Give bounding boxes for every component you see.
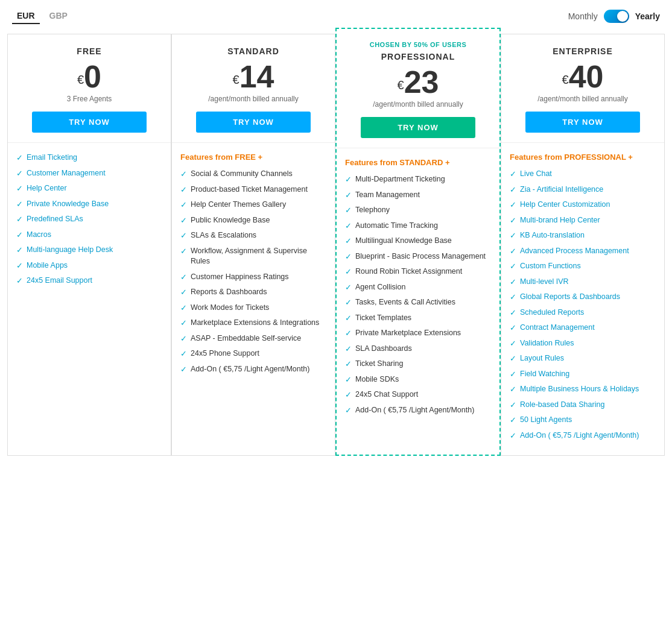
- feature-item: ✓ Multi-language Help Desk: [16, 245, 162, 256]
- feature-text: Agent Collision: [355, 282, 405, 293]
- feature-text: SLA Dashboards: [355, 344, 412, 355]
- feature-item: ✓ Help Center: [16, 183, 162, 194]
- feature-text: Multi-Department Ticketing: [355, 174, 445, 185]
- price-number: 0: [84, 59, 101, 94]
- check-icon: ✓: [16, 169, 23, 178]
- feature-item: ✓ Social & Community Channels: [180, 169, 326, 180]
- check-icon: ✓: [180, 200, 187, 209]
- plan-card-enterprise: ENTERPRISE €40 /agent/month billed annua…: [501, 34, 665, 456]
- feature-item: ✓ Multi-level IVR: [510, 277, 656, 288]
- feature-item: ✓ Round Robin Ticket Assignment: [345, 266, 491, 277]
- currency-tab-gbp[interactable]: GBP: [45, 8, 72, 24]
- check-icon: ✓: [510, 200, 516, 209]
- feature-item: ✓ Multiple Business Hours & Holidays: [510, 384, 656, 395]
- check-icon: ✓: [180, 365, 187, 374]
- feature-item: ✓ Multi-brand Help Center: [510, 215, 656, 226]
- feature-text: Telephony: [355, 205, 390, 216]
- feature-item: ✓ Add-On ( €5,75 /Light Agent/Month): [180, 364, 326, 375]
- features-title-enterprise: Features from PROFESSIONAL +: [510, 153, 656, 162]
- plan-name-standard: STANDARD: [182, 46, 325, 56]
- price-number: 14: [239, 59, 274, 94]
- check-icon: ✓: [16, 230, 23, 239]
- plan-features-enterprise: Features from PROFESSIONAL + ✓ Live Chat…: [501, 143, 664, 455]
- feature-text: Blueprint - Basic Process Management: [355, 251, 486, 262]
- feature-text: Help Center: [27, 183, 67, 194]
- plan-features-professional: Features from STANDARD + ✓ Multi-Departm…: [337, 148, 499, 430]
- check-icon: ✓: [180, 273, 187, 282]
- feature-text: Advanced Process Management: [520, 246, 629, 257]
- check-icon: ✓: [16, 261, 23, 270]
- feature-item: ✓ Macros: [16, 230, 162, 241]
- check-icon: ✓: [510, 247, 516, 256]
- feature-item: ✓ Scheduled Reports: [510, 307, 656, 318]
- feature-text: Scheduled Reports: [520, 307, 584, 318]
- try-now-button-enterprise[interactable]: TRY NOW: [525, 112, 640, 133]
- feature-text: Add-On ( €5,75 /Light Agent/Month): [191, 364, 309, 375]
- feature-item: ✓ Email Ticketing: [16, 153, 162, 163]
- feature-text: Public Knowledge Base: [191, 215, 270, 226]
- check-icon: ✓: [180, 247, 187, 256]
- yearly-label: Yearly: [635, 11, 660, 21]
- feature-item: ✓ Global Reports & Dashboards: [510, 292, 656, 303]
- feature-text: Customer Management: [27, 168, 106, 179]
- feature-item: ✓ 24x5 Chat Support: [345, 389, 491, 400]
- plan-features-free: ✓ Email Ticketing ✓ Customer Management …: [8, 143, 171, 301]
- feature-text: Customer Happiness Ratings: [191, 272, 289, 283]
- feature-text: Global Reports & Dashboards: [520, 292, 620, 303]
- check-icon: ✓: [345, 314, 352, 323]
- check-icon: ✓: [510, 400, 516, 409]
- check-icon: ✓: [180, 288, 187, 297]
- feature-text: Reports & Dashboards: [191, 287, 267, 298]
- check-icon: ✓: [345, 298, 352, 307]
- feature-item: ✓ Predefined SLAs: [16, 214, 162, 225]
- plan-name-free: FREE: [17, 46, 161, 56]
- features-title-standard: Features from FREE +: [180, 153, 326, 162]
- feature-text: Multiple Business Hours & Holidays: [520, 384, 639, 395]
- feature-item: ✓ Validation Rules: [510, 338, 656, 349]
- billing-toggle-switch[interactable]: [604, 10, 629, 23]
- plan-card-professional: CHOSEN BY 50% OF USERS PROFESSIONAL €23 …: [335, 28, 501, 456]
- currency-tab-eur[interactable]: EUR: [12, 8, 40, 24]
- check-icon: ✓: [16, 153, 23, 162]
- feature-item: ✓ Product-based Ticket Management: [180, 184, 326, 195]
- check-icon: ✓: [16, 245, 23, 254]
- feature-item: ✓ Custom Functions: [510, 261, 656, 272]
- try-now-button-free[interactable]: TRY NOW: [32, 112, 147, 133]
- check-icon: ✓: [510, 277, 516, 286]
- feature-item: ✓ 24x5 Email Support: [16, 276, 162, 286]
- feature-item: ✓ Ticket Templates: [345, 313, 491, 324]
- plan-header-enterprise: ENTERPRISE €40 /agent/month billed annua…: [501, 34, 664, 143]
- feature-item: ✓ Multi-Department Ticketing: [345, 174, 491, 185]
- plan-features-standard: Features from FREE + ✓ Social & Communit…: [172, 143, 335, 389]
- feature-text: Social & Community Channels: [191, 169, 293, 180]
- feature-text: Multilingual Knowledge Base: [355, 236, 452, 247]
- feature-item: ✓ Customer Happiness Ratings: [180, 272, 326, 283]
- check-icon: ✓: [345, 206, 352, 215]
- feature-item: ✓ Ticket Sharing: [345, 359, 491, 370]
- try-now-button-standard[interactable]: TRY NOW: [196, 112, 311, 133]
- currency-tabs: EUR GBP: [12, 8, 72, 24]
- feature-text: 24x5 Phone Support: [191, 348, 259, 359]
- feature-item: ✓ Contract Management: [510, 323, 656, 333]
- check-icon: ✓: [510, 385, 516, 394]
- feature-item: ✓ Reports & Dashboards: [180, 287, 326, 298]
- feature-text: KB Auto-translation: [520, 230, 585, 241]
- check-icon: ✓: [510, 339, 516, 348]
- plan-name-professional: PROFESSIONAL: [346, 52, 490, 61]
- check-icon: ✓: [510, 169, 516, 178]
- feature-text: Predefined SLAs: [27, 214, 83, 225]
- feature-item: ✓ Customer Management: [16, 168, 162, 179]
- feature-text: Custom Functions: [520, 261, 581, 272]
- check-icon: ✓: [180, 169, 187, 178]
- feature-text: Help Center Customization: [520, 200, 610, 210]
- check-icon: ✓: [510, 185, 516, 194]
- try-now-button-professional[interactable]: TRY NOW: [361, 117, 475, 138]
- feature-item: ✓ Mobile SDKs: [345, 374, 491, 385]
- feature-item: ✓ Blueprint - Basic Process Management: [345, 251, 491, 262]
- plan-price-professional: €23: [346, 66, 490, 98]
- feature-text: Mobile Apps: [27, 260, 68, 271]
- feature-text: Tasks, Events & Call Activities: [355, 297, 455, 308]
- plan-header-standard: STANDARD €14 /agent/month billed annuall…: [172, 34, 335, 143]
- check-icon: ✓: [180, 216, 187, 225]
- feature-item: ✓ SLAs & Escalations: [180, 230, 326, 241]
